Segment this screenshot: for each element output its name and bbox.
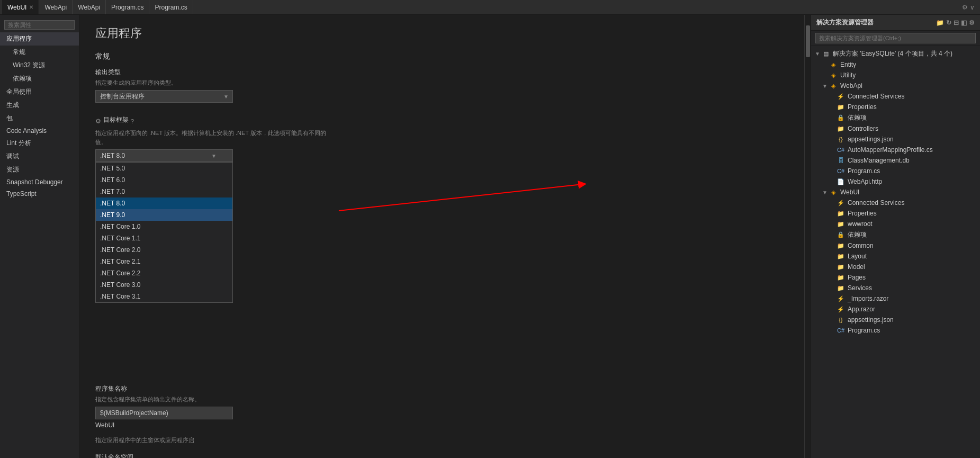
tab-webapi2[interactable]: WebApi — [73, 0, 106, 14]
expand-icon[interactable] — [828, 296, 837, 302]
tree-item-utility[interactable]: ◈Utility — [811, 70, 980, 80]
dropdown-option[interactable]: .NET Core 2.1 — [96, 256, 232, 267]
filter-icon[interactable]: ⊟ — [954, 19, 959, 26]
expand-icon[interactable] — [828, 147, 837, 153]
preview-icon[interactable]: ◧ — [961, 19, 967, 26]
dropdown-option[interactable]: .NET 5.0 — [96, 163, 232, 174]
sidebar-item-win32res[interactable]: Win32 资源 — [0, 59, 79, 72]
sidebar-item-lint[interactable]: Lint 分析 — [0, 137, 79, 150]
expand-icon[interactable] — [828, 328, 837, 334]
expand-icon[interactable]: ▼ — [821, 190, 829, 195]
dropdown-option[interactable]: .NET Core 3.1 — [96, 291, 232, 302]
tab-webapi1[interactable]: WebApi — [39, 0, 73, 14]
dropdown-option[interactable]: .NET Core 3.0 — [96, 279, 232, 291]
tree-item-webui-app[interactable]: ⚡App.razor — [811, 304, 980, 315]
tree-item-webapi-connected[interactable]: ⚡Connected Services — [811, 91, 980, 102]
expand-icon[interactable] — [828, 115, 837, 121]
tree-item-webapi-appsettings[interactable]: {}appsettings.json — [811, 134, 980, 145]
dropdown-option[interactable]: .NET Core 2.2 — [96, 267, 232, 279]
expand-icon[interactable] — [828, 307, 837, 312]
expand-icon[interactable] — [828, 221, 837, 227]
expand-icon[interactable] — [828, 264, 837, 270]
expand-icon[interactable]: ∨ — [970, 4, 975, 11]
dropdown-option[interactable]: .NET 7.0 — [96, 186, 232, 197]
expand-icon[interactable] — [821, 73, 829, 78]
expand-icon[interactable] — [828, 254, 837, 259]
expand-icon[interactable] — [828, 285, 837, 291]
scrollbar-thumb[interactable] — [806, 25, 810, 57]
sidebar-item-global[interactable]: 全局使用 — [0, 85, 79, 98]
expand-icon[interactable] — [828, 243, 837, 249]
dropdown-option[interactable]: .NET Core 1.0 — [96, 221, 232, 232]
tree-item-webui-imports[interactable]: ⚡_Imports.razor — [811, 293, 980, 304]
sidebar-search-input[interactable] — [4, 20, 75, 30]
tree-item-webapi-proj[interactable]: ▼◈WebApi — [811, 80, 980, 91]
expand-icon[interactable]: ▼ — [821, 83, 829, 89]
dropdown-option[interactable]: .NET Core 1.1 — [96, 232, 232, 244]
sidebar-item-package[interactable]: 包 — [0, 112, 79, 125]
expand-icon[interactable] — [828, 200, 837, 206]
tree-item-webui-properties[interactable]: 📁Properties — [811, 208, 980, 219]
tree-item-webui-layout[interactable]: 📁Layout — [811, 251, 980, 262]
close-icon[interactable]: ✕ — [29, 4, 33, 10]
dropdown-option[interactable]: .NET Core 2.0 — [96, 244, 232, 256]
expand-icon[interactable]: ▼ — [813, 51, 822, 57]
dropdown-option[interactable]: .NET 8.0 — [96, 197, 232, 209]
tree-item-webui-connected[interactable]: ⚡Connected Services — [811, 197, 980, 208]
tab-webui[interactable]: WebUI ✕ — [2, 0, 39, 14]
tree-item-webui-pages[interactable]: 📁Pages — [811, 272, 980, 283]
expand-icon[interactable] — [828, 126, 837, 132]
expand-icon[interactable] — [828, 317, 837, 323]
folder-icon[interactable]: 📁 — [936, 19, 944, 26]
expand-icon[interactable] — [828, 104, 837, 110]
tree-item-webapi-classmanagement[interactable]: 🗄ClassManagement.db — [811, 155, 980, 166]
dropdown-option[interactable]: .NET 9.0 — [96, 209, 232, 221]
expand-icon[interactable] — [828, 232, 837, 238]
tree-item-entity[interactable]: ◈Entity — [811, 59, 980, 70]
sidebar-item-app[interactable]: 应用程序 — [0, 32, 79, 46]
expand-icon[interactable] — [821, 62, 829, 68]
expand-icon[interactable] — [828, 179, 837, 185]
tree-item-webapi-http[interactable]: 📄WebApi.http — [811, 176, 980, 187]
tree-item-webapi-controllers[interactable]: 📁Controllers — [811, 123, 980, 134]
sync-icon[interactable]: ↻ — [946, 19, 951, 26]
dropdown-option[interactable]: .NET 6.0 — [96, 174, 232, 186]
sidebar-item-build[interactable]: 生成 — [0, 98, 79, 112]
sidebar-item-snapshot[interactable]: Snapshot Debugger — [0, 176, 79, 188]
expand-icon[interactable] — [828, 94, 837, 100]
expand-icon[interactable] — [828, 168, 837, 174]
tree-item-webui-wwwroot[interactable]: 📁wwwroot — [811, 219, 980, 229]
tab-programcs1[interactable]: Program.cs — [106, 0, 149, 14]
sidebar-item-codeanalysis[interactable]: Code Analysis — [0, 125, 79, 137]
main-scrollbar[interactable] — [804, 15, 811, 458]
expand-icon[interactable] — [828, 275, 837, 281]
tree-item-webui-programcs[interactable]: C#Program.cs — [811, 325, 980, 336]
solution-explorer-title: 解决方案资源管理器 — [816, 18, 874, 27]
output-type-select[interactable]: 控制台应用程序 — [95, 90, 233, 103]
tree-item-webui-appsettings[interactable]: {}appsettings.json — [811, 315, 980, 325]
target-framework-field[interactable]: .NET 8.0 ▼ — [95, 149, 233, 162]
tree-item-webui-common[interactable]: 📁Common — [811, 240, 980, 251]
tree-item-webui-proj[interactable]: ▼◈WebUI — [811, 187, 980, 197]
expand-icon[interactable] — [828, 158, 837, 164]
tree-item-webapi-automapper[interactable]: C#AutoMapperMappingProfile.cs — [811, 145, 980, 155]
tree-item-webapi-programcs[interactable]: C#Program.cs — [811, 166, 980, 176]
tree-item-webapi-properties[interactable]: 📁Properties — [811, 102, 980, 112]
sidebar-item-deps[interactable]: 依赖项 — [0, 72, 79, 85]
tree-item-webui-services[interactable]: 📁Services — [811, 283, 980, 293]
sidebar-item-resources[interactable]: 资源 — [0, 163, 79, 176]
sidebar-item-debug[interactable]: 调试 — [0, 150, 79, 163]
sidebar-item-general[interactable]: 常规 — [0, 46, 79, 59]
tab-programcs2[interactable]: Program.cs — [149, 0, 193, 14]
tree-item-webui-deps[interactable]: 🔒依赖项 — [811, 229, 980, 240]
expand-icon[interactable] — [828, 137, 837, 142]
tree-item-webui-model[interactable]: 📁Model — [811, 262, 980, 272]
tree-item-solution[interactable]: ▼▤解决方案 'EasySQLite' (4 个项目，共 4 个) — [811, 48, 980, 59]
solution-search-input[interactable] — [815, 33, 976, 43]
expand-icon[interactable] — [828, 211, 837, 217]
settings-icon[interactable]: ⚙ — [962, 4, 968, 11]
tree-item-webapi-deps[interactable]: 🔒依赖项 — [811, 112, 980, 123]
assembly-name-input[interactable] — [95, 407, 233, 419]
sidebar-item-typescript[interactable]: TypeScript — [0, 188, 79, 200]
settings-icon2[interactable]: ⚙ — [969, 19, 975, 26]
